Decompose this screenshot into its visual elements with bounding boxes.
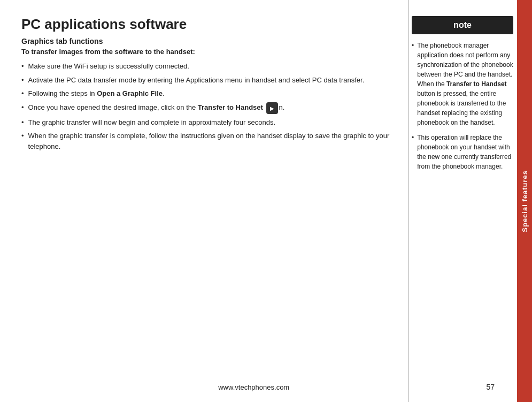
sub-title: To transfer images from the software to … [21, 48, 393, 56]
list-item-text: The graphic transfer will now begin and … [28, 117, 275, 128]
bold-text: Open a Graphic File [97, 89, 163, 97]
page-title: PC applications software [21, 16, 393, 33]
note-list-item: The phonebook manager application does n… [412, 41, 513, 127]
list-item: When the graphic transfer is complete, f… [21, 131, 393, 151]
list-item-text: Make sure the WiFi setup is successfully… [28, 61, 189, 72]
list-item: The graphic transfer will now begin and … [21, 117, 393, 128]
list-item-text: Following the steps in Open a Graphic Fi… [28, 88, 165, 99]
section-title: Graphics tab functions [21, 37, 393, 45]
list-item-text: When the graphic transfer is complete, f… [28, 131, 393, 151]
sidebar-tab: Special features [517, 0, 532, 402]
note-panel: note The phonebook manager application d… [412, 16, 513, 177]
footer: www.vtechphones.com 57 [0, 383, 516, 391]
list-item: Make sure the WiFi setup is successfully… [21, 61, 393, 72]
note-header: note [412, 16, 513, 34]
list-item: Following the steps in Open a Graphic Fi… [21, 88, 393, 99]
note-list-item-text: The phonebook manager application does n… [417, 41, 513, 127]
footer-page-number: 57 [486, 383, 495, 391]
bold-text: Transfer to Handset [198, 103, 263, 111]
list-item-text: Once you have opened the desired image, … [28, 102, 285, 114]
bold-text: Transfer to Handset [446, 80, 507, 88]
footer-url: www.vtechphones.com [21, 383, 486, 391]
list-item-text: Activate the PC data transfer mode by en… [28, 75, 365, 86]
transfer-to-handset-icon [266, 102, 278, 114]
note-list-item: This operation will replace the phoneboo… [412, 133, 513, 171]
sidebar-tab-label: Special features [521, 170, 529, 232]
page-container: PC applications software Graphics tab fu… [0, 0, 532, 402]
list-item: Activate the PC data transfer mode by en… [21, 75, 393, 86]
note-list-item-text: This operation will replace the phoneboo… [417, 133, 513, 171]
note-bullet-list: The phonebook manager application does n… [412, 41, 513, 171]
bullet-list: Make sure the WiFi setup is successfully… [21, 61, 393, 151]
list-item: Once you have opened the desired image, … [21, 102, 393, 114]
